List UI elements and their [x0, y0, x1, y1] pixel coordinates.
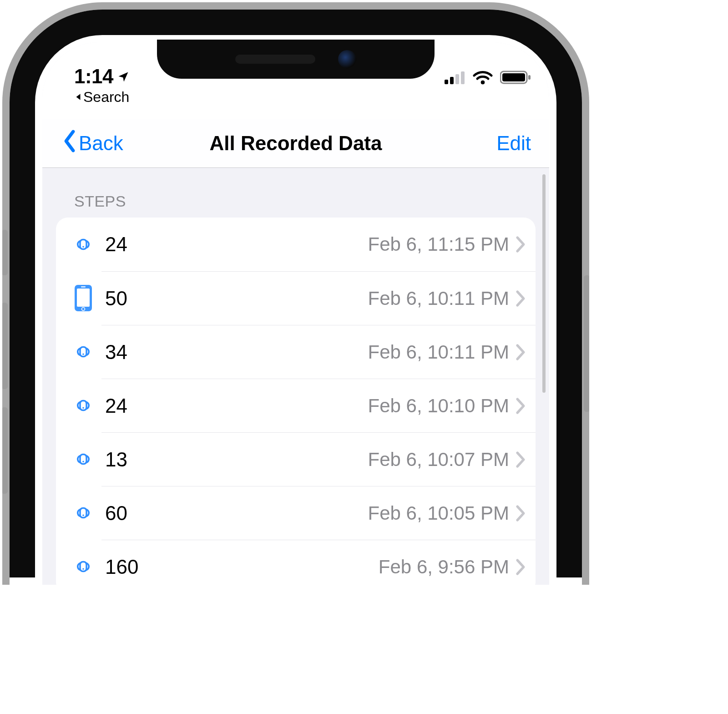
steps-timestamp: Feb 6, 11:15 PM — [368, 233, 509, 255]
chevron-right-icon — [516, 236, 526, 253]
steps-timestamp: Feb 6, 9:56 PM — [379, 556, 509, 578]
watch-icon — [65, 232, 101, 257]
screen: 1:14 Search — [42, 42, 549, 585]
svg-rect-1 — [450, 77, 454, 84]
svg-point-17 — [82, 407, 84, 409]
watch-icon — [65, 393, 101, 418]
row-main: 24Feb 6, 10:10 PM — [101, 379, 536, 432]
row-main: 34Feb 6, 10:11 PM — [101, 325, 536, 379]
svg-point-21 — [82, 515, 84, 517]
list-item[interactable]: 24Feb 6, 10:10 PM — [56, 379, 536, 432]
row-main: 160Feb 6, 9:56 PM — [101, 540, 536, 585]
battery-icon — [500, 70, 531, 86]
wifi-icon — [473, 70, 493, 86]
row-main: 50Feb 6, 10:11 PM — [101, 271, 536, 325]
steps-timestamp: Feb 6, 10:07 PM — [368, 449, 509, 471]
svg-point-23 — [82, 568, 84, 570]
steps-list: 24Feb 6, 11:15 PM50Feb 6, 10:11 PM34Feb … — [56, 218, 536, 585]
steps-value: 24 — [105, 233, 127, 256]
scrollbar[interactable] — [542, 174, 546, 393]
svg-point-4 — [481, 81, 485, 84]
svg-rect-6 — [502, 73, 525, 81]
steps-value: 34 — [105, 341, 127, 364]
svg-rect-0 — [445, 80, 448, 84]
list-item[interactable]: 13Feb 6, 10:07 PM — [56, 432, 536, 486]
svg-point-19 — [82, 461, 84, 463]
steps-timestamp: Feb 6, 10:11 PM — [368, 341, 509, 363]
volume-down-button — [2, 407, 8, 494]
row-main: 13Feb 6, 10:07 PM — [101, 432, 536, 486]
nav-bar: Back All Recorded Data Edit — [42, 119, 549, 168]
front-camera — [338, 50, 356, 68]
svg-rect-14 — [80, 347, 86, 357]
steps-value: 60 — [105, 502, 127, 525]
steps-timestamp: Feb 6, 10:11 PM — [368, 288, 509, 309]
edit-button[interactable]: Edit — [496, 132, 531, 155]
mute-switch — [2, 230, 8, 275]
watch-icon — [65, 554, 101, 579]
phone-icon — [65, 284, 101, 313]
list-item[interactable]: 34Feb 6, 10:11 PM — [56, 325, 536, 379]
cellular-icon — [445, 71, 465, 86]
svg-rect-11 — [77, 289, 90, 307]
list-item[interactable]: 50Feb 6, 10:11 PM — [56, 271, 536, 325]
status-time: 1:14 — [74, 65, 113, 88]
steps-value: 50 — [105, 287, 127, 310]
section-header: STEPS — [74, 192, 536, 210]
watch-icon — [65, 339, 101, 365]
chevron-right-icon — [516, 558, 526, 576]
volume-up-button — [2, 303, 8, 389]
svg-rect-7 — [528, 75, 531, 80]
content-scroll[interactable]: STEPS 24Feb 6, 11:15 PM50Feb 6, 10:11 PM… — [42, 168, 549, 585]
list-item[interactable]: 160Feb 6, 9:56 PM — [56, 540, 536, 585]
svg-rect-13 — [81, 286, 86, 287]
svg-rect-22 — [80, 562, 86, 572]
back-label: Back — [79, 132, 123, 155]
status-breadcrumb[interactable]: Search — [74, 89, 129, 106]
steps-value: 160 — [105, 556, 138, 578]
svg-rect-16 — [80, 401, 86, 410]
notch — [157, 40, 435, 79]
steps-value: 13 — [105, 448, 127, 471]
power-button — [584, 275, 589, 412]
svg-point-9 — [82, 246, 84, 248]
chevron-right-icon — [516, 451, 526, 468]
watch-icon — [65, 446, 101, 472]
svg-rect-3 — [461, 71, 465, 84]
watch-icon — [65, 500, 101, 526]
location-icon — [117, 65, 130, 88]
chevron-left-icon — [61, 129, 79, 157]
chevron-right-icon — [516, 344, 526, 361]
device-frame: 1:14 Search — [2, 2, 589, 585]
list-item[interactable]: 24Feb 6, 11:15 PM — [56, 218, 536, 271]
speaker-grill — [235, 55, 315, 64]
steps-timestamp: Feb 6, 10:05 PM — [368, 502, 509, 524]
status-breadcrumb-label: Search — [83, 89, 129, 106]
svg-rect-2 — [455, 74, 459, 84]
steps-timestamp: Feb 6, 10:10 PM — [368, 395, 509, 417]
chevron-right-icon — [516, 505, 526, 522]
chevron-right-icon — [516, 290, 526, 307]
steps-value: 24 — [105, 395, 127, 417]
svg-rect-20 — [80, 508, 86, 518]
row-main: 60Feb 6, 10:05 PM — [101, 486, 536, 540]
svg-rect-18 — [80, 455, 86, 464]
row-main: 24Feb 6, 11:15 PM — [101, 218, 536, 271]
svg-point-15 — [82, 354, 84, 355]
chevron-right-icon — [516, 397, 526, 415]
back-button[interactable]: Back — [61, 129, 123, 157]
svg-rect-8 — [80, 240, 86, 249]
list-item[interactable]: 60Feb 6, 10:05 PM — [56, 486, 536, 540]
